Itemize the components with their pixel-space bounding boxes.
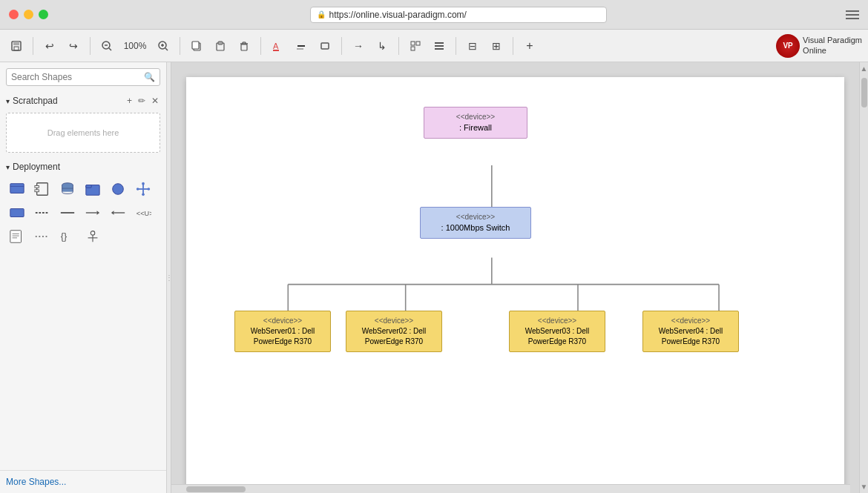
scratchpad-actions: + ✏ ✕ [125, 95, 160, 107]
svg-rect-28 [435, 45, 444, 47]
arrange-button[interactable] [405, 36, 426, 56]
svg-rect-11 [192, 42, 199, 49]
redo-button[interactable]: ↪ [63, 36, 84, 56]
shape-anchor[interactable] [82, 225, 104, 248]
svg-rect-33 [35, 185, 39, 188]
server1-box: <<device>> WebServer01 : Dell PowerEdge … [234, 311, 331, 352]
shape-dotted-line[interactable] [31, 225, 53, 248]
server1-name: WebServer01 : Dell PowerEdge R370 [241, 326, 324, 347]
canvas-area[interactable]: <<device>> : Firewall <<device>> : 1000M… [171, 62, 859, 493]
svg-rect-14 [241, 44, 247, 50]
url-bar[interactable]: 🔒 https://online.visual-paradigm.com/ [310, 7, 607, 23]
main-layout: 🔍 ▾ Scratchpad + ✏ ✕ Drag elements here … [0, 62, 868, 493]
canvas-paper: <<device>> : Firewall <<device>> : 1000M… [186, 77, 844, 493]
fill-color-button[interactable]: A [267, 36, 288, 56]
zoom-level: 100% [119, 39, 151, 53]
server3-stereotype: <<device>> [516, 316, 599, 326]
shape-note[interactable] [6, 225, 28, 248]
connector-button[interactable]: → [348, 36, 369, 56]
shape-component[interactable] [31, 178, 53, 200]
zoom-out-button[interactable] [96, 36, 117, 56]
svg-rect-22 [297, 48, 303, 50]
server3-node[interactable]: <<device>> WebServer03 : Dell PowerEdge … [509, 311, 605, 352]
server2-box: <<device>> WebServer02 : Dell PowerEdge … [346, 311, 442, 352]
svg-line-5 [109, 48, 111, 50]
scroll-down-arrow[interactable]: ▼ [861, 480, 868, 493]
traffic-lights [9, 10, 48, 19]
scroll-up-arrow[interactable]: ▲ [861, 62, 868, 75]
menu-button[interactable] [846, 10, 859, 19]
distribute-button[interactable]: ⊞ [486, 36, 507, 56]
svg-point-44 [142, 193, 145, 196]
server4-box: <<device>> WebServer04 : Dell PowerEdge … [642, 311, 739, 352]
vp-logo: VP Visual Paradigm Online [776, 34, 862, 58]
switch-node[interactable]: <<device>> : 1000Mbps Switch [420, 207, 531, 239]
svg-rect-27 [435, 42, 444, 44]
svg-marker-51 [97, 211, 100, 215]
scratchpad-add[interactable]: + [125, 95, 134, 107]
shape-ball[interactable] [107, 178, 129, 200]
url-text: https://online.visual-paradigm.com/ [329, 10, 467, 20]
firewall-stereotype: <<device>> [430, 112, 521, 122]
copy-button[interactable] [186, 36, 207, 56]
server3-name: WebServer03 : Dell PowerEdge R370 [516, 326, 599, 347]
scroll-thumb[interactable] [861, 78, 867, 107]
svg-rect-34 [35, 190, 39, 192]
divider-3 [180, 37, 180, 55]
shape-database[interactable] [56, 178, 79, 200]
search-input[interactable] [11, 72, 144, 82]
shape-back-arrow[interactable] [107, 202, 129, 224]
svg-rect-23 [321, 43, 329, 49]
divider-8 [513, 37, 513, 55]
firewall-node[interactable]: <<device>> : Firewall [424, 107, 527, 139]
shape-rect[interactable] [6, 202, 28, 224]
shape-solid-line[interactable] [56, 202, 79, 224]
scratchpad-section-header[interactable]: ▾ Scratchpad + ✏ ✕ [0, 92, 166, 110]
server2-node[interactable]: <<device>> WebServer02 : Dell PowerEdge … [346, 311, 442, 352]
save-button[interactable] [6, 36, 27, 56]
minimize-button[interactable] [24, 10, 33, 19]
line-color-button[interactable] [291, 36, 312, 56]
svg-rect-20 [273, 50, 279, 51]
vp-logo-text: Visual Paradigm Online [803, 36, 862, 55]
scratchpad-edit[interactable]: ✏ [137, 95, 147, 107]
shape-node[interactable] [6, 178, 28, 200]
close-button[interactable] [9, 10, 19, 19]
align-button[interactable]: ⊟ [462, 36, 483, 56]
svg-point-61 [91, 231, 95, 236]
maximize-button[interactable] [39, 10, 48, 19]
layout-button[interactable] [429, 36, 450, 56]
svg-rect-24 [411, 42, 415, 45]
server2-name: WebServer02 : Dell PowerEdge R370 [352, 326, 435, 347]
bottom-scrollbar[interactable] [171, 484, 850, 493]
server1-node[interactable]: <<device>> WebServer01 : Dell PowerEdge … [234, 311, 331, 352]
svg-rect-39 [86, 185, 91, 188]
add-button[interactable]: + [519, 36, 540, 56]
shape-cross[interactable] [132, 178, 154, 200]
deployment-section-header[interactable]: ▾ Deployment [0, 159, 166, 175]
shape-package[interactable] [82, 178, 104, 200]
border-button[interactable] [315, 36, 335, 56]
shape-arrow[interactable] [82, 202, 104, 224]
svg-rect-32 [37, 183, 48, 196]
undo-button[interactable]: ↩ [39, 36, 60, 56]
more-shapes-link[interactable]: More Shapes... [0, 470, 166, 493]
svg-text:{}: {} [61, 231, 68, 242]
shape-curly[interactable]: {} [56, 225, 79, 248]
shape-line[interactable] [31, 202, 53, 224]
bottom-scroll-thumb[interactable] [186, 486, 246, 492]
search-bar[interactable]: 🔍 [6, 68, 160, 86]
waypoint-button[interactable]: ↳ [372, 36, 392, 56]
zoom-in-button[interactable] [153, 36, 174, 56]
divider-1 [33, 37, 33, 55]
svg-point-43 [142, 182, 145, 185]
deployment-label: Deployment [13, 162, 60, 172]
paste-button[interactable] [210, 36, 231, 56]
deployment-arrow: ▾ [6, 163, 10, 171]
shape-text-note[interactable]: <<U>> [132, 202, 154, 224]
server4-node[interactable]: <<device>> WebServer04 : Dell PowerEdge … [642, 311, 739, 352]
scratchpad-close[interactable]: ✕ [150, 95, 160, 107]
delete-button[interactable] [234, 36, 254, 56]
right-scrollbar[interactable]: ▲ ▼ [859, 62, 868, 493]
deployment-section: ▾ Deployment [0, 156, 166, 254]
